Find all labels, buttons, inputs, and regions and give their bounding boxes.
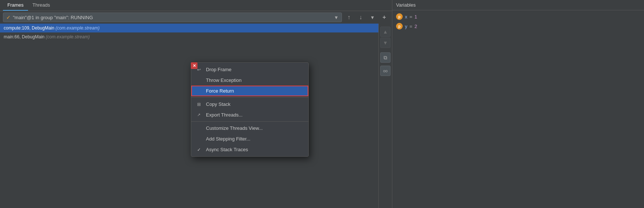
menu-label-throw-exception: Throw Exception: [206, 77, 242, 83]
frames-list: compute:109, DebugMain (com.example.stre…: [0, 24, 378, 208]
menu-label-force-return: Force Return: [206, 88, 234, 94]
menu-separator-2: [191, 121, 308, 122]
menu-label-customize-threads: Customize Threads View...: [206, 125, 263, 131]
var-value-x: 1: [414, 14, 417, 20]
thread-dropdown[interactable]: ✓ "main"@1 in group "main": RUNNING ▼: [3, 13, 342, 22]
var-name-y: y: [405, 24, 407, 29]
context-menu: ✕ ↩ Drop Frame Throw Exception Force Ret…: [191, 62, 309, 157]
filter-button[interactable]: ▼: [368, 13, 377, 22]
menu-item-export-threads[interactable]: ↗ Export Threads...: [191, 110, 308, 120]
dropdown-arrow-icon: ▼: [334, 15, 339, 20]
variables-area: p x = 1 p y = 2: [392, 10, 644, 32]
var-value-y: 2: [414, 24, 417, 29]
async-check-icon: ✓: [197, 147, 203, 152]
menu-label-export-threads: Export Threads...: [206, 112, 242, 118]
right-panel: Variables p x = 1 p y = 2: [392, 0, 644, 208]
frame-item-1[interactable]: main:66, DebugMain (com.example.stream): [0, 32, 378, 41]
var-badge-y: p: [396, 23, 403, 30]
variables-title: Variables: [396, 2, 416, 8]
menu-separator-1: [191, 97, 308, 98]
menu-item-async-stack-traces[interactable]: ✓ Async Stack Traces: [191, 144, 308, 155]
watch-button[interactable]: oo: [380, 66, 391, 76]
up-button[interactable]: ↑: [344, 13, 354, 22]
menu-label-copy-stack: Copy Stack: [206, 101, 230, 107]
check-icon: ✓: [6, 14, 11, 20]
menu-item-force-return[interactable]: Force Return: [191, 86, 308, 96]
menu-item-add-stepping-filter[interactable]: Add Stepping Filter...: [191, 134, 308, 144]
menu-item-customize-threads[interactable]: Customize Threads View...: [191, 123, 308, 134]
main-content: compute:109, DebugMain (com.example.stre…: [0, 24, 392, 208]
menu-label-add-stepping-filter: Add Stepping Filter...: [206, 136, 251, 142]
tab-threads[interactable]: Threads: [28, 0, 55, 11]
variable-item-y: p y = 2: [392, 21, 644, 31]
tab-frames[interactable]: Frames: [3, 0, 28, 11]
variables-header: Variables: [392, 0, 644, 10]
copy-button[interactable]: ⧉: [380, 52, 391, 63]
menu-label-drop-frame: Drop Frame: [206, 67, 231, 72]
frame-location-1: main:66, DebugMain: [4, 34, 46, 39]
frame-item-0[interactable]: compute:109, DebugMain (com.example.stre…: [0, 24, 378, 32]
left-panel: Frames Threads ✓ "main"@1 in group "main…: [0, 0, 392, 208]
menu-close-x[interactable]: ✕: [191, 62, 197, 69]
frames-content: compute:109, DebugMain (com.example.stre…: [0, 24, 378, 208]
frame-class-1: (com.example.stream): [46, 34, 90, 39]
copy-stack-icon: ⊞: [197, 102, 203, 107]
drop-frame-icon: ↩: [197, 67, 203, 72]
menu-item-copy-stack[interactable]: ⊞ Copy Stack: [191, 99, 308, 110]
menu-label-async-stack-traces: Async Stack Traces: [206, 147, 248, 152]
tabs-bar: Frames Threads: [0, 0, 392, 11]
variable-item-x: p x = 1: [392, 12, 644, 21]
thread-label: "main"@1 in group "main": RUNNING: [13, 15, 93, 20]
var-equals-y: =: [410, 24, 413, 29]
frame-class-0: (com.example.stream): [56, 25, 99, 31]
var-badge-x: p: [396, 13, 403, 20]
scroll-up-button[interactable]: ▲: [380, 27, 391, 37]
down-button[interactable]: ↓: [356, 13, 365, 22]
var-equals-x: =: [410, 14, 413, 20]
frame-location-0: compute:109, DebugMain: [4, 25, 56, 31]
thread-selector-row: ✓ "main"@1 in group "main": RUNNING ▼ ↑ …: [0, 11, 392, 24]
scroll-down-button[interactable]: ▼: [380, 38, 391, 48]
var-name-x: x: [405, 14, 407, 20]
menu-item-throw-exception[interactable]: Throw Exception: [191, 75, 308, 86]
export-threads-icon: ↗: [197, 112, 203, 117]
frame-sidebar-buttons: ▲ ▼ ⧉ oo: [378, 24, 392, 208]
menu-item-drop-frame[interactable]: ↩ Drop Frame: [191, 64, 308, 75]
add-button[interactable]: +: [379, 13, 389, 22]
